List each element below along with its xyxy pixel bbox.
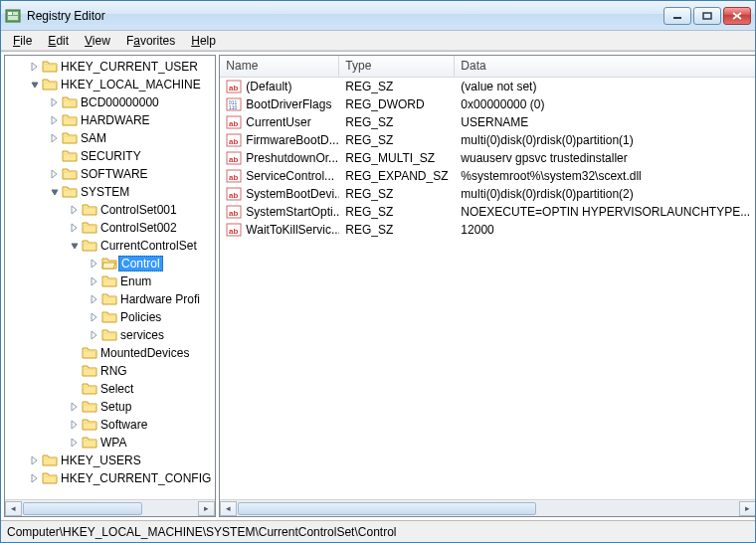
tree-item-rng[interactable]: RNG	[5, 362, 215, 380]
list-row[interactable]: abPreshutdownOr...REG_MULTI_SZwuauserv g…	[220, 149, 756, 167]
svg-text:ab: ab	[229, 137, 238, 146]
list-row[interactable]: ab(Default)REG_SZ(value not set)	[220, 78, 756, 95]
value-data: NOEXECUTE=OPTIN HYPERVISORLAUNCHTYPE...	[455, 205, 756, 219]
value-type: REG_DWORD	[339, 97, 455, 111]
chevron-right-icon[interactable]	[49, 132, 61, 144]
titlebar: Registry Editor	[1, 1, 755, 31]
chevron-right-icon[interactable]	[89, 258, 100, 270]
tree-item-hku[interactable]: HKEY_USERS	[5, 452, 215, 469]
list-row[interactable]: abSystemStartOpti...REG_SZ NOEXECUTE=OPT…	[220, 203, 756, 221]
tree-horizontal-scrollbar[interactable]: ◂ ▸	[5, 499, 215, 516]
twisty-none	[69, 383, 81, 395]
string-value-icon: ab	[226, 132, 242, 148]
tree-item-enum[interactable]: Enum	[5, 272, 215, 290]
tree-item-hkcu[interactable]: HKEY_CURRENT_USER	[5, 58, 215, 76]
tree-item-wpa[interactable]: WPA	[5, 434, 215, 452]
tree-item-select[interactable]: Select	[5, 380, 215, 398]
tree-item-control[interactable]: Control	[5, 255, 215, 272]
tree-item-hwprof[interactable]: Hardware Profi	[5, 290, 215, 308]
scroll-right-button[interactable]: ▸	[739, 501, 756, 516]
value-name: (Default)	[246, 80, 291, 93]
tree-item-hkcc[interactable]: HKEY_CURRENT_CONFIG	[5, 469, 215, 487]
chevron-right-icon[interactable]	[69, 437, 81, 449]
twisty-none	[49, 150, 61, 162]
menu-edit[interactable]: Edit	[42, 32, 75, 50]
svg-text:ab: ab	[229, 155, 238, 164]
chevron-right-icon[interactable]	[29, 472, 41, 484]
scroll-left-button[interactable]: ◂	[5, 501, 22, 516]
close-button[interactable]	[723, 7, 751, 25]
list-view[interactable]: ab(Default)REG_SZ(value not set)011110Bo…	[220, 78, 756, 499]
chevron-right-icon[interactable]	[49, 114, 61, 126]
tree-item-mounted[interactable]: MountedDevices	[5, 344, 215, 362]
scroll-thumb[interactable]	[238, 502, 536, 515]
svg-text:110: 110	[229, 104, 238, 110]
string-value-icon: ab	[226, 168, 242, 184]
value-type: REG_SZ	[339, 80, 455, 93]
list-row[interactable]: abServiceControl...REG_EXPAND_SZ%systemr…	[220, 167, 756, 185]
svg-text:ab: ab	[229, 191, 238, 200]
tree-view[interactable]: HKEY_CURRENT_USERHKEY_LOCAL_MACHINEBCD00…	[5, 56, 215, 499]
chevron-down-icon[interactable]	[29, 79, 41, 90]
column-header-name[interactable]: Name	[220, 56, 339, 77]
minimize-button[interactable]	[663, 7, 691, 25]
chevron-right-icon[interactable]	[89, 329, 100, 341]
chevron-right-icon[interactable]	[29, 61, 41, 73]
scroll-left-button[interactable]: ◂	[220, 501, 237, 516]
status-path: Computer\HKEY_LOCAL_MACHINE\SYSTEM\Curre…	[7, 525, 396, 539]
chevron-right-icon[interactable]	[89, 275, 100, 287]
folder-icon	[62, 95, 78, 109]
column-header-type[interactable]: Type	[339, 56, 455, 77]
tree-item-hklm[interactable]: HKEY_LOCAL_MACHINE	[5, 76, 215, 93]
chevron-right-icon[interactable]	[69, 419, 81, 431]
menu-file[interactable]: File	[7, 32, 38, 50]
value-data: (value not set)	[455, 80, 756, 93]
scroll-track[interactable]	[22, 501, 198, 516]
chevron-right-icon[interactable]	[49, 168, 61, 180]
list-row[interactable]: 011110BootDriverFlagsREG_DWORD0x00000000…	[220, 95, 756, 113]
tree-item-policies[interactable]: Policies	[5, 308, 215, 326]
tree-item-bcd[interactable]: BCD00000000	[5, 93, 215, 111]
value-data: USERNAME	[455, 115, 756, 129]
menu-view[interactable]: View	[79, 32, 116, 50]
tree-item-ccs[interactable]: CurrentControlSet	[5, 237, 215, 255]
folder-icon	[82, 418, 97, 432]
chevron-down-icon[interactable]	[69, 240, 81, 252]
list-row[interactable]: abFirmwareBootD...REG_SZmulti(0)disk(0)r…	[220, 131, 756, 149]
tree-item-services[interactable]: services	[5, 326, 215, 344]
scroll-right-button[interactable]: ▸	[198, 501, 215, 516]
value-type: REG_SZ	[339, 187, 455, 201]
chevron-right-icon[interactable]	[29, 454, 41, 466]
list-row[interactable]: abSystemBootDevi...REG_SZmulti(0)disk(0)…	[220, 185, 756, 203]
list-row[interactable]: abWaitToKillServic...REG_SZ12000	[220, 221, 756, 239]
tree-item-system[interactable]: SYSTEM	[5, 183, 215, 201]
menubar: File Edit View Favorites Help	[1, 31, 755, 51]
tree-item-setup[interactable]: Setup	[5, 398, 215, 416]
menu-favorites[interactable]: Favorites	[120, 32, 181, 50]
column-header-data[interactable]: Data	[455, 56, 756, 77]
tree-item-cs2[interactable]: ControlSet002	[5, 219, 215, 237]
tree-item-software2[interactable]: Software	[5, 416, 215, 434]
tree-label: CurrentControlSet	[100, 239, 197, 253]
folder-icon	[101, 274, 117, 288]
chevron-right-icon[interactable]	[69, 222, 81, 234]
list-row[interactable]: abCurrentUserREG_SZUSERNAME	[220, 113, 756, 131]
chevron-down-icon[interactable]	[49, 186, 61, 198]
tree-item-sam[interactable]: SAM	[5, 129, 215, 147]
maximize-button[interactable]	[693, 7, 721, 25]
tree-item-cs1[interactable]: ControlSet001	[5, 201, 215, 219]
chevron-right-icon[interactable]	[89, 311, 100, 323]
chevron-right-icon[interactable]	[89, 293, 100, 305]
scroll-track[interactable]	[237, 501, 739, 516]
tree-item-hardware[interactable]: HARDWARE	[5, 111, 215, 129]
tree-item-security[interactable]: SECURITY	[5, 147, 215, 165]
chevron-right-icon[interactable]	[69, 204, 81, 216]
chevron-right-icon[interactable]	[49, 96, 61, 108]
svg-rect-3	[8, 16, 18, 20]
tree-item-software[interactable]: SOFTWARE	[5, 165, 215, 183]
menu-help[interactable]: Help	[185, 32, 222, 50]
list-horizontal-scrollbar[interactable]: ◂ ▸	[220, 499, 756, 516]
value-name: SystemBootDevi...	[246, 187, 339, 201]
chevron-right-icon[interactable]	[69, 401, 81, 413]
scroll-thumb[interactable]	[23, 502, 142, 515]
